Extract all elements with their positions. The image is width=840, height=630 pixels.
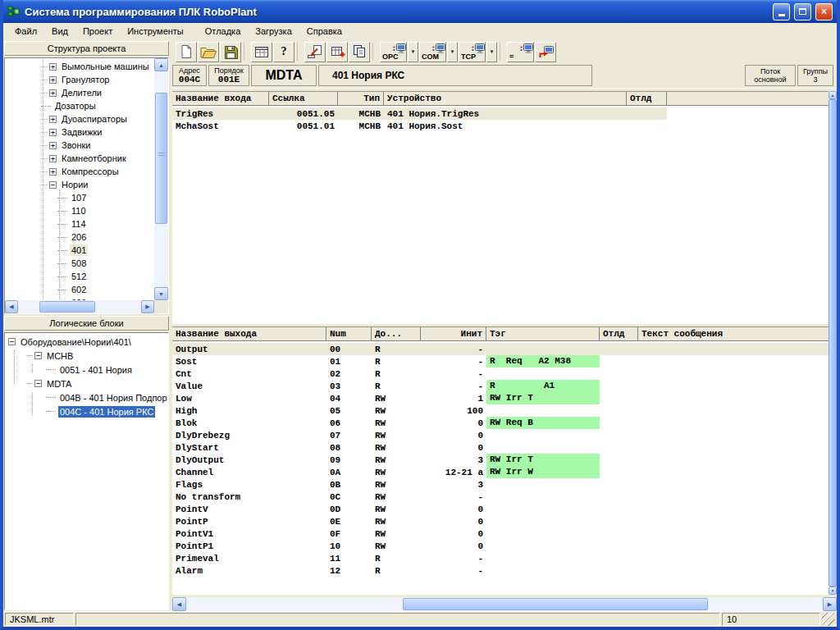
toolbar-com-dropdown[interactable]: ▼ (447, 42, 458, 62)
tree-item-label[interactable]: 401 (70, 244, 88, 256)
tree-item[interactable]: +Задвижки (5, 126, 154, 139)
collapse-icon[interactable]: − (8, 338, 16, 345)
menu-help[interactable]: Справка (299, 25, 349, 38)
column-header[interactable]: Устройство (384, 92, 627, 105)
column-header[interactable]: Текст сообщения (638, 327, 829, 340)
tree-item-label[interactable]: Гранулятор (60, 74, 111, 85)
toolbar-return-button[interactable] (535, 42, 556, 62)
tree-item[interactable]: 602 (5, 283, 154, 296)
tree-item[interactable]: 0051 - 401 Нория (5, 363, 168, 377)
tree-item-label[interactable]: 107 (70, 192, 88, 203)
collapse-icon[interactable]: − (34, 380, 42, 387)
toolbar-table-button[interactable] (251, 42, 272, 62)
project-tree-vscrollbar[interactable]: ▲ ▼ (154, 58, 168, 300)
tree-item-label[interactable]: 004B - 401 Нория Подпор (58, 392, 168, 404)
collapse-icon[interactable]: − (34, 352, 42, 359)
scroll-right-button[interactable]: ▶ (141, 300, 154, 313)
tree-item[interactable]: 508 (5, 257, 154, 270)
expand-icon[interactable]: + (49, 63, 57, 71)
tree-item[interactable]: −Оборудование\Нории\401\ (5, 335, 168, 349)
output-row[interactable]: Low04RW1RW Irr T (172, 392, 829, 404)
tree-item-label[interactable]: 0051 - 401 Нория (58, 364, 134, 376)
output-row[interactable]: PointP0ERW0 (172, 515, 829, 527)
toolbar-opc-dropdown[interactable]: ▼ (408, 42, 418, 62)
tree-item-label[interactable]: MDTA (45, 378, 73, 390)
scroll-right-button[interactable]: ▶ (823, 597, 837, 611)
tree-item[interactable]: 114 (5, 217, 154, 231)
tree-item-label[interactable]: 508 (70, 258, 88, 269)
output-row[interactable]: PointV10FRW0 (172, 527, 829, 540)
tree-item-label[interactable]: Дозаторы (53, 100, 98, 112)
column-header[interactable]: Num (326, 327, 372, 340)
collapse-icon[interactable]: − (49, 181, 57, 189)
toolbar-export-button[interactable] (304, 42, 326, 62)
tree-item-label[interactable]: MCHB (45, 350, 75, 362)
tree-item[interactable]: +Гранулятор (5, 73, 154, 86)
tree-item-label[interactable]: Звонки (60, 139, 93, 151)
menu-tools[interactable]: Инструменты (120, 25, 191, 38)
tree-item[interactable]: 107 (5, 191, 154, 204)
output-row[interactable]: Sost01R-R Req A2 M38 (172, 355, 829, 368)
expand-icon[interactable]: + (49, 142, 57, 149)
expand-icon[interactable]: + (49, 129, 57, 136)
tree-item[interactable]: +Вымольные машины (5, 60, 154, 73)
toolbar-equals-button[interactable]: = (507, 42, 534, 62)
input-row[interactable]: TrigRes0051.05MCHB401 Нория.TrigRes (172, 107, 667, 120)
output-row[interactable]: No transform0CRW- (172, 491, 829, 503)
tree-item[interactable]: 110 (5, 204, 154, 217)
column-header[interactable]: Название входа (172, 92, 269, 105)
tree-item-label[interactable]: Вымольные машины (60, 61, 151, 72)
output-row[interactable]: Output00R- (172, 343, 829, 355)
close-button[interactable]: × (815, 3, 833, 21)
tree-item[interactable]: 004C - 401 Нория РКС (5, 404, 168, 418)
menu-file[interactable]: Файл (7, 25, 44, 38)
output-row[interactable]: Channel0ARW12-21 aRW Irr W (172, 466, 829, 478)
toolbar-opc-button[interactable]: OPC (380, 42, 407, 62)
tree-item-label[interactable]: 206 (70, 231, 88, 243)
toolbar-tcp-dropdown[interactable]: ▼ (486, 42, 497, 62)
tree-item-label[interactable]: 602 (70, 284, 88, 295)
toolbar-help-button[interactable]: ? (273, 42, 294, 62)
resize-grip[interactable] (822, 613, 835, 626)
column-header[interactable]: Отлд (600, 327, 638, 340)
vscroll-thumb[interactable] (155, 93, 167, 224)
tree-item-label[interactable]: Дуоаспираторы (60, 113, 129, 125)
toolbar-copy-button[interactable] (349, 42, 370, 62)
tree-item[interactable]: Дозаторы (5, 99, 154, 112)
toolbar-new-button[interactable] (176, 42, 197, 62)
scroll-down-button[interactable]: ▼ (154, 287, 168, 300)
output-row[interactable]: Alarm12R- (172, 564, 829, 577)
column-header[interactable]: Тэг (486, 327, 600, 340)
tree-item[interactable]: −Нории (5, 178, 154, 191)
column-header[interactable]: Инит (421, 327, 486, 340)
tree-item[interactable]: 206 (5, 231, 154, 244)
tree-item[interactable]: 004B - 401 Нория Подпор (5, 390, 168, 404)
column-header[interactable]: До... (372, 327, 421, 340)
output-row[interactable]: DlyStart08RW0 (172, 441, 829, 454)
column-header[interactable]: Ссылка (269, 92, 338, 105)
scroll-down-button[interactable]: ▼ (829, 587, 837, 595)
hscroll-thumb[interactable] (39, 301, 95, 313)
tables-hscrollbar[interactable]: ◀ ▶ (172, 597, 837, 611)
tree-item-label[interactable]: Делители (60, 87, 103, 98)
hscroll-thumb[interactable] (403, 598, 708, 610)
tree-item-label[interactable]: 004C - 401 Нория РКС (58, 406, 155, 418)
input-row[interactable]: MchaSost0051.01MCHB401 Нория.Sost (172, 120, 667, 132)
output-row[interactable]: Cnt02R- (172, 368, 829, 380)
expand-icon[interactable]: + (49, 89, 57, 97)
tree-item-label[interactable]: Задвижки (60, 126, 103, 138)
tree-item[interactable]: 401 (5, 244, 154, 257)
hscroll-track[interactable] (186, 597, 823, 611)
menu-view[interactable]: Вид (44, 25, 75, 38)
output-row[interactable]: Flags0BRW3 (172, 478, 829, 491)
tree-item[interactable]: +Компрессоры (5, 165, 154, 178)
tree-item[interactable]: +Делители (5, 86, 154, 99)
scroll-up-button[interactable]: ▲ (829, 91, 837, 99)
project-tree-hscrollbar[interactable]: ◀ ▶ (5, 300, 154, 313)
scroll-left-button[interactable]: ◀ (172, 597, 186, 611)
output-row[interactable]: DlyDrebezg07RW0 (172, 429, 829, 441)
tree-item[interactable]: +Звонки (5, 139, 154, 152)
toolbar-table-add-button[interactable] (326, 42, 348, 62)
maximize-button[interactable] (794, 3, 811, 21)
column-header[interactable]: Отлд (627, 92, 667, 105)
